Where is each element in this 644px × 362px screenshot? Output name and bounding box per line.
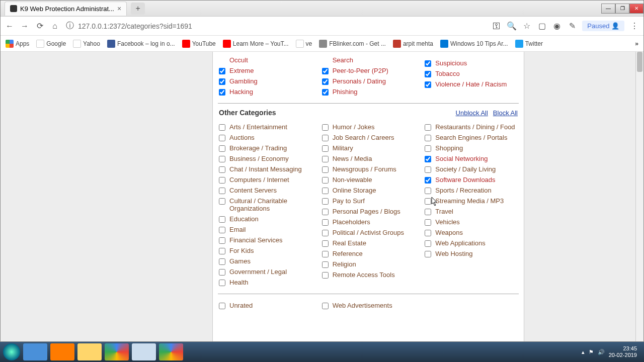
tray-volume-icon[interactable]: 🔊 <box>598 349 605 355</box>
start-button[interactable] <box>3 343 20 360</box>
taskbar-app-files[interactable] <box>77 343 102 360</box>
bookmark-item[interactable]: Facebook – log in o... <box>107 40 175 48</box>
scrollbar-thumb[interactable] <box>637 52 642 72</box>
category-checkbox[interactable] <box>322 188 329 194</box>
category-checkbox[interactable] <box>219 237 225 244</box>
category-checkbox[interactable] <box>322 272 329 279</box>
category-checkbox[interactable] <box>322 156 329 162</box>
browser-tab[interactable]: K9 Web Protection Administrat... × <box>5 2 127 16</box>
category-checkbox[interactable] <box>322 198 329 205</box>
taskbar-app-chrome[interactable] <box>105 343 129 360</box>
new-tab-button[interactable]: + <box>131 3 145 15</box>
bookmark-item[interactable]: arpit mehta <box>393 40 433 48</box>
category-checkbox[interactable] <box>322 145 329 152</box>
profile-paused-badge[interactable]: Paused 👤 <box>582 21 624 31</box>
category-checkbox[interactable] <box>322 89 329 96</box>
taskbar[interactable]: ▴ ⚑ 🔊 23:45 20-02-2019 <box>0 342 644 362</box>
key-icon[interactable]: ⚿ <box>492 21 502 31</box>
bookmark-item[interactable]: Yahoo <box>73 40 100 48</box>
category-checkbox[interactable] <box>425 71 431 77</box>
category-checkbox[interactable] <box>219 248 225 254</box>
category-checkbox[interactable] <box>219 269 225 276</box>
category-checkbox[interactable] <box>322 251 329 257</box>
category-checkbox[interactable] <box>425 230 431 236</box>
minimize-button[interactable]: — <box>601 4 615 14</box>
home-icon[interactable]: ⌂ <box>50 21 60 31</box>
vertical-scrollbar[interactable]: ▴ <box>635 52 643 341</box>
bookmark-item[interactable]: ve <box>296 40 312 48</box>
bookmark-item[interactable]: Windows 10 Tips Ar... <box>440 40 508 48</box>
category-checkbox[interactable] <box>425 135 431 141</box>
close-button[interactable]: ✕ <box>629 4 643 14</box>
taskbar-app-explorer[interactable] <box>23 343 47 360</box>
category-checkbox[interactable] <box>219 145 225 152</box>
star-icon[interactable]: ☆ <box>522 21 532 31</box>
block-all-link[interactable]: Block All <box>493 109 518 117</box>
category-checkbox[interactable] <box>219 68 225 74</box>
taskbar-app-chrome-active[interactable] <box>159 343 183 360</box>
bookmark-item[interactable]: Google <box>36 40 66 48</box>
back-icon[interactable]: ← <box>5 21 15 31</box>
zoom-icon[interactable]: 🔍 <box>507 21 517 31</box>
taskbar-app-editor[interactable] <box>132 343 156 360</box>
category-checkbox[interactable] <box>425 81 431 88</box>
category-checkbox[interactable] <box>219 135 225 141</box>
category-checkbox[interactable] <box>425 156 431 162</box>
category-checkbox[interactable] <box>219 188 225 194</box>
category-checkbox[interactable] <box>219 177 225 184</box>
category-checkbox[interactable] <box>425 251 431 257</box>
category-checkbox[interactable] <box>425 166 431 173</box>
taskbar-clock[interactable]: 23:45 20-02-2019 <box>609 345 637 358</box>
category-checkbox[interactable] <box>219 89 225 96</box>
bookmark-item[interactable]: Apps <box>6 40 29 48</box>
category-checkbox[interactable] <box>219 166 225 173</box>
category-checkbox[interactable] <box>425 219 431 226</box>
address-bar[interactable]: ⓘ 127.0.0.1:2372/categories?sid=1691 <box>65 21 192 31</box>
category-checkbox[interactable] <box>322 303 329 309</box>
category-checkbox[interactable] <box>219 227 225 233</box>
system-tray[interactable]: ▴ ⚑ 🔊 23:45 20-02-2019 <box>582 345 641 358</box>
tab-close-icon[interactable]: × <box>117 5 121 13</box>
maximize-button[interactable]: ❐ <box>615 4 629 14</box>
taskbar-app-firefox[interactable] <box>50 343 74 360</box>
category-checkbox[interactable] <box>425 177 431 184</box>
bookmark-item[interactable]: YouTube <box>182 40 216 48</box>
pen-icon[interactable]: ✎ <box>567 21 577 31</box>
category-checkbox[interactable] <box>425 198 431 205</box>
category-checkbox[interactable] <box>322 166 329 173</box>
category-checkbox[interactable] <box>219 156 225 162</box>
menu-icon[interactable]: ⋮ <box>629 21 639 31</box>
forward-icon[interactable]: → <box>20 21 30 31</box>
site-info-icon[interactable]: ⓘ <box>65 21 75 31</box>
category-checkbox[interactable] <box>322 209 329 215</box>
category-checkbox[interactable] <box>322 135 329 141</box>
reload-icon[interactable]: ⟳ <box>35 21 45 31</box>
bookmark-item[interactable]: Twitter <box>515 40 543 48</box>
category-checkbox[interactable] <box>219 198 225 205</box>
category-checkbox[interactable] <box>219 280 225 286</box>
category-checkbox[interactable] <box>322 219 329 226</box>
category-checkbox[interactable] <box>425 145 431 152</box>
category-checkbox[interactable] <box>322 78 329 85</box>
category-checkbox[interactable] <box>425 60 431 67</box>
category-checkbox[interactable] <box>425 240 431 247</box>
display-icon[interactable]: ▢ <box>537 21 547 31</box>
bookmark-item[interactable]: Learn More – YouT... <box>223 40 289 48</box>
category-checkbox[interactable] <box>425 188 431 194</box>
category-checkbox[interactable] <box>219 78 225 85</box>
category-checkbox[interactable] <box>322 124 329 131</box>
category-checkbox[interactable] <box>322 261 329 268</box>
bookmark-item[interactable]: FBlinker.com - Get ... <box>319 40 386 48</box>
category-checkbox[interactable] <box>219 303 225 309</box>
category-checkbox[interactable] <box>425 209 431 215</box>
category-checkbox[interactable] <box>219 258 225 265</box>
category-checkbox[interactable] <box>322 230 329 236</box>
tray-flag-icon[interactable]: ⚑ <box>589 349 594 355</box>
category-checkbox[interactable] <box>322 68 329 74</box>
category-checkbox[interactable] <box>425 124 431 131</box>
extension-icon[interactable]: ◉ <box>552 21 562 31</box>
category-checkbox[interactable] <box>322 177 329 184</box>
unblock-all-link[interactable]: Unblock All <box>456 109 488 117</box>
bookmarks-overflow-icon[interactable]: » <box>635 40 638 47</box>
category-checkbox[interactable] <box>219 216 225 223</box>
